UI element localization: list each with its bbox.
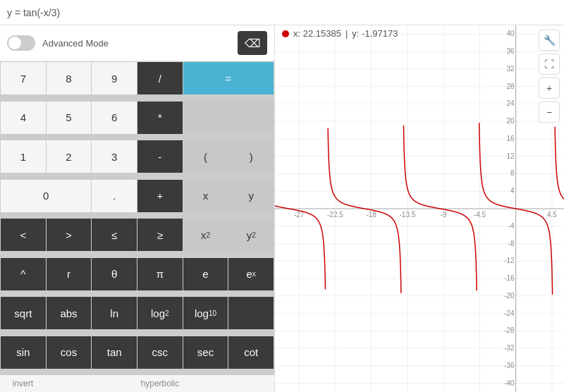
expand-button[interactable]: ⛶ [539, 54, 560, 75]
graph-toolbar: 🔧 ⛶ + − [534, 25, 564, 127]
btn-gte[interactable]: ≥ [137, 219, 183, 251]
equation-display: y = tan(-x/3) [7, 7, 60, 18]
btn-sqrt[interactable]: sqrt [1, 297, 46, 329]
btn-empty-r7 [228, 297, 274, 329]
btn-1[interactable]: 1 [1, 140, 46, 173]
btn-csc[interactable]: csc [137, 336, 183, 369]
graph-panel: x: 22.15385 | y: -1.97173 🔧 ⛶ + − [275, 25, 564, 392]
btn-y2[interactable]: y2 [228, 219, 274, 251]
btn-lparen[interactable]: ( [183, 140, 228, 173]
plus-icon: + [546, 82, 552, 94]
btn-2[interactable]: 2 [47, 140, 92, 173]
btn-sin[interactable]: sin [1, 336, 46, 369]
calculator-grid: 7 8 9 / = 4 5 6 * 1 2 3 - ( ) 0 . + x y [0, 61, 274, 375]
advanced-mode-row: Advanced Mode ⌫ [0, 25, 274, 61]
btn-log2[interactable]: log2 [137, 297, 183, 329]
btn-cos[interactable]: cos [47, 336, 92, 369]
btn-3[interactable]: 3 [92, 140, 137, 173]
coordinate-display: x: 22.15385 | y: -1.97173 [282, 28, 398, 39]
btn-theta[interactable]: θ [92, 258, 137, 290]
btn-x[interactable]: x [183, 180, 228, 212]
btn-multiply[interactable]: * [137, 102, 183, 134]
label-hyperbolic: hyperbolic [137, 376, 183, 391]
minus-icon: − [546, 106, 552, 118]
btn-rparen[interactable]: ) [228, 140, 274, 173]
backspace-button[interactable]: ⌫ [238, 31, 267, 55]
btn-add[interactable]: + [137, 180, 183, 212]
zoom-in-button[interactable]: + [539, 78, 560, 99]
btn-6[interactable]: 6 [92, 102, 137, 134]
btn-5[interactable]: 5 [47, 102, 92, 134]
btn-8[interactable]: 8 [47, 62, 92, 94]
coord-separator: | [345, 28, 348, 39]
btn-cot[interactable]: cot [228, 336, 274, 369]
btn-empty-r2-5 [183, 102, 228, 134]
btn-x2[interactable]: x2 [183, 219, 228, 251]
backspace-icon: ⌫ [245, 37, 261, 50]
wrench-button[interactable]: 🔧 [539, 30, 560, 51]
btn-divide[interactable]: / [137, 62, 183, 94]
btn-ln[interactable]: ln [92, 297, 137, 329]
btn-gt[interactable]: > [47, 219, 92, 251]
btn-log10[interactable]: log10 [183, 297, 228, 329]
label-invert: invert [0, 376, 46, 391]
btn-pi[interactable]: π [137, 258, 183, 290]
btn-equals[interactable]: = [183, 62, 274, 94]
coord-y: y: -1.97173 [352, 28, 398, 39]
btn-r[interactable]: r [47, 258, 92, 290]
btn-tan[interactable]: tan [92, 336, 137, 369]
advanced-mode-label: Advanced Mode [42, 38, 231, 49]
btn-y[interactable]: y [228, 180, 274, 212]
calculator-panel: Advanced Mode ⌫ 7 8 9 / = 4 5 6 * 1 2 3 … [0, 25, 275, 392]
btn-4[interactable]: 4 [1, 102, 46, 134]
btn-abs[interactable]: abs [47, 297, 92, 329]
bottom-labels-row: invert hyperbolic [0, 375, 274, 392]
btn-0[interactable]: 0 [1, 180, 91, 212]
btn-9[interactable]: 9 [92, 62, 137, 94]
coord-x: x: 22.15385 [293, 28, 341, 39]
expand-icon: ⛶ [544, 59, 554, 70]
coord-dot [282, 30, 289, 37]
btn-dot[interactable]: . [92, 180, 137, 212]
btn-power[interactable]: ^ [1, 258, 46, 290]
btn-7[interactable]: 7 [1, 62, 46, 94]
btn-e[interactable]: e [183, 258, 228, 290]
btn-lte[interactable]: ≤ [92, 219, 137, 251]
wrench-icon: 🔧 [544, 35, 556, 46]
btn-empty-r2-6 [228, 102, 274, 134]
btn-subtract[interactable]: - [137, 140, 183, 173]
btn-ex[interactable]: ex [228, 258, 274, 290]
zoom-out-button[interactable]: − [539, 102, 560, 123]
graph-canvas[interactable] [275, 25, 564, 392]
advanced-mode-toggle[interactable] [7, 35, 35, 51]
btn-sec[interactable]: sec [183, 336, 228, 369]
btn-lt[interactable]: < [1, 219, 46, 251]
